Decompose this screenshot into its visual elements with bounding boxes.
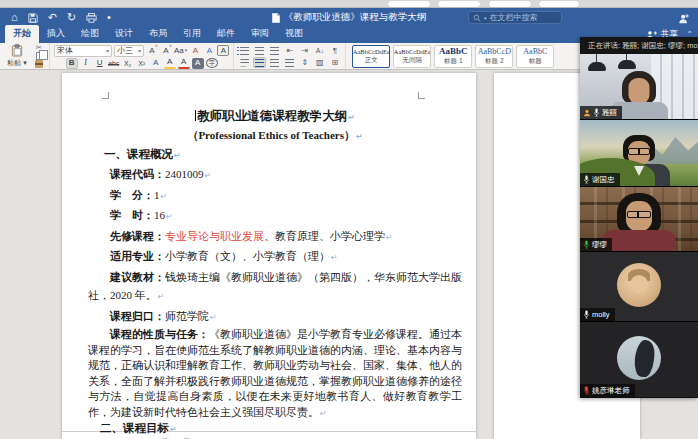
screen: { "titlebar": { "title": "《教师职业道德》课程与教学大… xyxy=(0,0,698,439)
show-paragraph-marks-icon[interactable]: ¶ xyxy=(328,45,341,56)
doc-field-prerequisites: 先修课程：专业导论与职业发展、教育原理、小学心理学 xyxy=(88,227,462,248)
redo-icon[interactable]: ↻ xyxy=(67,12,76,23)
search-input[interactable]: ▾ 在文档中搜索 xyxy=(468,11,562,24)
shrink-font-button[interactable]: A xyxy=(160,45,172,56)
desktop-top-strip xyxy=(0,0,698,8)
enclose-characters-button[interactable]: 字 xyxy=(206,58,218,68)
style-sample: AaBbC xyxy=(439,46,468,56)
document-page[interactable]: 教师职业道德课程教学大纲 （Professional Ethics of Tea… xyxy=(62,73,476,439)
mic-on-icon xyxy=(593,108,600,117)
font-color-button[interactable]: A xyxy=(178,58,190,69)
participant-nametag: 谢国忠 xyxy=(580,173,620,186)
doc-field-credits: 学 分：1 xyxy=(88,186,462,207)
align-left-button[interactable] xyxy=(238,57,251,68)
tab-home[interactable]: 开始 xyxy=(5,25,39,43)
style-sample: AaBbCcDdEe xyxy=(353,48,390,55)
borders-icon[interactable]: ⊞ xyxy=(328,57,341,68)
clear-formatting-button[interactable]: A xyxy=(189,45,201,56)
character-border-button[interactable]: A xyxy=(217,45,229,56)
style-no-spacing[interactable]: AaBbCcDdEe 无间隔 xyxy=(393,45,431,68)
tab-layout[interactable]: 布局 xyxy=(141,25,175,43)
sort-icon[interactable]: A↓ xyxy=(313,45,326,56)
format-painter-icon[interactable] xyxy=(33,60,45,68)
copy-icon[interactable] xyxy=(33,52,45,60)
bold-button[interactable]: B xyxy=(66,58,78,69)
save-icon[interactable] xyxy=(28,13,38,23)
search-placeholder: 在文档中搜索 xyxy=(490,12,538,23)
subscript-button[interactable]: X₂ xyxy=(122,58,134,69)
strikethrough-button[interactable]: abc xyxy=(108,58,120,69)
style-title[interactable]: AaBbC 标题 xyxy=(516,45,554,68)
align-right-button[interactable] xyxy=(268,57,281,68)
style-label: 标题 2 xyxy=(485,57,503,66)
participant-name: 雅丽 xyxy=(602,109,617,117)
tab-view[interactable]: 视图 xyxy=(277,25,311,43)
video-tile-molly[interactable]: molly xyxy=(580,252,698,322)
paste-label: 粘贴 xyxy=(7,59,21,66)
video-tile-yaoyanlin[interactable]: 姚彦琳老师 xyxy=(580,322,698,397)
tab-draw[interactable]: 绘图 xyxy=(73,25,107,43)
phonetic-guide-button[interactable]: A xyxy=(203,45,215,56)
meeting-speaking-bar: 正在讲话: 雅丽; 谢国忠; 缪缪; mo... xyxy=(580,37,698,54)
multilevel-list-button[interactable] xyxy=(268,45,281,56)
meeting-panel: 正在讲话: 雅丽; 谢国忠; 缪缪; mo... 雅丽 谢国忠 xyxy=(580,37,698,398)
font-name-select[interactable]: 宋体▾ xyxy=(54,45,112,57)
document-icon xyxy=(272,13,280,23)
tab-design[interactable]: 设计 xyxy=(107,25,141,43)
mic-on-icon xyxy=(583,175,590,184)
tab-mailings[interactable]: 邮件 xyxy=(209,25,243,43)
avatar xyxy=(617,336,661,380)
doc-section-1: 一、课程概况 xyxy=(88,145,462,165)
doc-field-hours: 学 时：16 xyxy=(88,206,462,227)
video-tile-miaomiao[interactable]: 缪缪 xyxy=(580,187,698,252)
mic-on-icon xyxy=(583,310,590,319)
doc-section-2: 二、课程目标 xyxy=(88,421,462,437)
style-sample: AaBbCcD xyxy=(478,47,511,56)
quick-access-toolbar: ⌂ ↶ ↻ • xyxy=(0,12,111,23)
background-window-button xyxy=(489,1,531,7)
video-tile-yali[interactable]: 雅丽 xyxy=(580,54,698,120)
line-spacing-icon[interactable]: ⇕ xyxy=(298,57,311,68)
font-size-select[interactable]: 小三▾ xyxy=(114,45,144,57)
doc-field-textbook: 建议教材：钱焕琦主编《教师职业道德》（第四版），华东师范大学出版社，2020 年… xyxy=(88,268,462,307)
text-effects-button[interactable]: A xyxy=(150,58,162,69)
numbered-list-button[interactable] xyxy=(253,45,266,56)
character-shading-button[interactable]: A xyxy=(192,58,204,69)
bullet-list-button[interactable] xyxy=(238,45,251,56)
style-heading2[interactable]: AaBbCcD 标题 2 xyxy=(475,45,513,68)
underline-button[interactable]: U xyxy=(94,58,106,69)
participant-nametag: 雅丽 xyxy=(580,106,622,119)
clipboard-group: 粘贴 ▾ ✂ xyxy=(0,43,50,69)
change-case-button[interactable]: Aa▾ xyxy=(174,45,187,56)
align-center-button[interactable] xyxy=(253,57,266,68)
style-normal[interactable]: AaBbCcDdEe 正文 xyxy=(352,45,390,68)
style-label: 标题 1 xyxy=(444,57,462,66)
participant-name: 谢国忠 xyxy=(592,176,615,184)
grow-font-button[interactable]: A xyxy=(146,45,158,56)
doc-field-department: 课程归口：师范学院 xyxy=(88,307,462,328)
shading-icon[interactable]: ▨ xyxy=(313,57,326,68)
increase-indent-icon[interactable]: ⇥ xyxy=(298,45,311,56)
search-icon xyxy=(473,14,481,22)
justify-button[interactable] xyxy=(283,57,296,68)
tab-insert[interactable]: 插入 xyxy=(39,25,73,43)
background-window-button xyxy=(438,1,480,7)
tab-review[interactable]: 审阅 xyxy=(243,25,277,43)
undo-icon[interactable]: ↶ xyxy=(48,12,57,23)
print-icon[interactable] xyxy=(86,13,97,23)
video-tile-xieguozhong[interactable]: 谢国忠 xyxy=(580,120,698,187)
participant-name: 缪缪 xyxy=(592,241,607,249)
italic-button[interactable]: I xyxy=(80,58,92,69)
doc-heading-subtitle: （Professional Ethics of Teachers） xyxy=(88,127,462,145)
participant-nametag: 姚彦琳老师 xyxy=(580,384,635,397)
paste-button[interactable]: 粘贴 ▾ xyxy=(4,44,30,68)
text-highlight-button[interactable]: A xyxy=(164,58,176,69)
style-heading1[interactable]: AaBbC 标题 1 xyxy=(434,45,472,68)
text-cursor xyxy=(195,110,196,121)
more-commands-icon[interactable]: • xyxy=(107,12,111,23)
decrease-indent-icon[interactable]: ⇤ xyxy=(283,45,296,56)
tab-references[interactable]: 引用 xyxy=(175,25,209,43)
document-title-text: 《教师职业道德》课程与教学大纲 xyxy=(284,11,427,24)
superscript-button[interactable]: X² xyxy=(136,58,148,69)
home-icon[interactable]: ⌂ xyxy=(11,12,18,23)
